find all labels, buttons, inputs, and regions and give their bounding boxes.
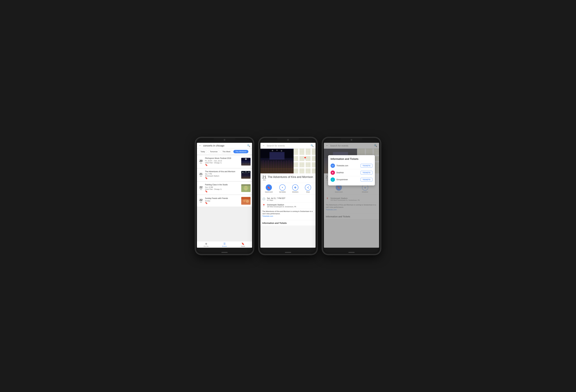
chip-tomorrow[interactable]: Tomorrow: [208, 150, 219, 153]
chip-this-week[interactable]: This Week: [221, 150, 232, 153]
search-icon-1[interactable]: 🔍: [247, 144, 250, 147]
tickets-modal[interactable]: Information and Tickets 🏷 Ticketsite.com…: [324, 143, 379, 248]
phones-container: ← concerts in chicago 🔍 Today Tomorrow T…: [195, 137, 381, 255]
share-icon: [305, 184, 311, 191]
ticket-row-1: 🏷 Ticketsite.com TICKETS: [331, 162, 373, 169]
ticket-name-2: DealHub: [337, 172, 359, 174]
action-share[interactable]: Share: [305, 184, 311, 193]
event-info-1: Pitchspoon Music Festival 2018 Fri, Jul …: [205, 157, 240, 166]
event-save-3[interactable]: 🔖: [205, 190, 240, 193]
phone-3: ← Search for events 🔍 📍: [322, 137, 381, 255]
event-thumb-1: [241, 158, 251, 165]
event-item-4[interactable]: 22 JUL Sunday Feasts with Friends Sunday…: [197, 195, 252, 207]
nav-for-you[interactable]: ⊕ For You: [197, 242, 215, 247]
search-icon-2[interactable]: 🔍: [311, 144, 314, 147]
svg-rect-44: [265, 161, 266, 172]
action-saved-label: Saved event: [265, 191, 273, 193]
nav-browse[interactable]: ☰ Browse: [215, 242, 234, 247]
event-save-2[interactable]: 🔖: [205, 177, 240, 179]
phone-bottom-1: [196, 251, 253, 254]
chip-this-weekend[interactable]: This Weekend: [233, 150, 248, 153]
svg-rect-65: [292, 161, 293, 172]
event-detail1-4: Sunday: [205, 200, 240, 202]
bookmark-empty-4: 🔖: [205, 202, 208, 204]
svg-rect-57: [282, 162, 283, 172]
svg-rect-10: [249, 162, 250, 164]
tickets-btn-3[interactable]: TICKETS: [361, 178, 373, 182]
directions-icon: [292, 184, 298, 191]
action-get-tickets[interactable]: ✦ Get tickets: [279, 184, 286, 193]
svg-rect-50: [273, 160, 274, 172]
svg-rect-53: [277, 161, 278, 172]
dealhub-logo: ★: [331, 170, 335, 175]
map-road-v1: [298, 149, 299, 173]
nav-saved-icon: 🔖: [241, 242, 244, 245]
svg-rect-9: [248, 162, 249, 164]
svg-rect-20: [246, 175, 246, 178]
event-detail2-1: Union Park · Chicago, IL: [205, 162, 240, 164]
event-item-3[interactable]: 22 JUL Painting Class in the Studio Sun,…: [197, 182, 252, 194]
svg-rect-47: [269, 162, 270, 172]
back-button-1[interactable]: ←: [199, 144, 202, 147]
svg-rect-8: [247, 162, 247, 164]
nav-saved[interactable]: 🔖 Saved: [234, 242, 252, 247]
svg-rect-22: [248, 175, 249, 178]
svg-rect-42: [263, 160, 264, 172]
section-title-2: Information and Tickets: [260, 220, 316, 226]
svg-rect-24: [244, 172, 248, 173]
tickets-btn-2[interactable]: TICKETS: [361, 171, 373, 175]
search-placeholder-2[interactable]: Search for events: [267, 144, 309, 147]
svg-point-38: [272, 150, 273, 151]
svg-rect-19: [245, 175, 245, 178]
action-directions-label: Directions: [292, 191, 298, 193]
svg-rect-23: [249, 175, 250, 178]
phone-3-screen: ← Search for events 🔍 📍: [324, 143, 379, 248]
svg-rect-37: [269, 152, 285, 160]
event-item-1[interactable]: 20 JUL Pitchspoon Music Festival 2018 Fr…: [197, 155, 252, 168]
info-row-time: 🕐 Sat, Jul 21, 7 PM EDT in 2 days: [262, 196, 314, 203]
phone-1: ← concerts in chicago 🔍 Today Tomorrow T…: [195, 137, 254, 255]
phone-2-screen: ← Search for events 🔍 📍: [260, 143, 316, 248]
svg-rect-60: [286, 160, 287, 172]
event-datetime: Sat, Jul 21, 7 PM EDT: [267, 197, 285, 199]
event-detail-header-2: 21 JUL The Adventures of Kira and Morris…: [260, 173, 316, 183]
map-road-v2: [304, 149, 306, 173]
svg-rect-63: [290, 161, 291, 172]
svg-point-15: [245, 171, 246, 172]
event-detail-date-2: 21 JUL The Adventures of Kira and Morris…: [262, 175, 314, 181]
action-directions[interactable]: Directions: [292, 184, 298, 193]
action-saved-event[interactable]: 🔖 Saved event: [265, 184, 273, 193]
svg-rect-66: [260, 169, 293, 169]
search-header-1: ← concerts in chicago 🔍: [197, 143, 252, 149]
event-hero-2: 📍: [260, 149, 316, 173]
tickets-btn-1[interactable]: TICKETS: [361, 164, 373, 168]
date-col-2: 21 JUL: [262, 175, 266, 181]
svg-rect-7: [246, 162, 246, 164]
event-detail1-2: Sat, 7 PM: [205, 173, 240, 175]
svg-rect-61: [288, 161, 288, 172]
event-save-4[interactable]: 🔖: [205, 202, 240, 204]
phone-camera-3: [351, 139, 352, 141]
event-item-2[interactable]: 21 JUL The Adventures of Kira and Morris…: [197, 169, 252, 181]
event-info-3: Painting Class in the Studio Sun, 12 AM …: [205, 184, 240, 193]
back-button-2[interactable]: ←: [262, 144, 265, 147]
search-query-1: concerts in chicago: [203, 144, 246, 147]
chip-today[interactable]: Today: [199, 150, 207, 153]
event-title-1: Pitchspoon Music Festival 2018: [205, 157, 240, 160]
event-link-2[interactable]: Ticketsite.com: [262, 215, 273, 217]
svg-rect-5: [243, 162, 244, 164]
svg-rect-54: [278, 161, 279, 172]
thumb-food-4: [241, 197, 251, 205]
event-description-2: The Adventures of Kira and Morrison is c…: [262, 209, 314, 219]
bookmark-empty-3: 🔖: [205, 190, 208, 193]
svg-point-40: [281, 150, 282, 152]
svg-rect-55: [280, 161, 280, 172]
action-tickets-label: Get tickets: [279, 191, 286, 193]
event-save-1[interactable]: 🔖: [205, 164, 240, 166]
svg-rect-28: [245, 186, 247, 190]
thumb-art-3: [241, 184, 251, 192]
svg-rect-16: [242, 175, 242, 178]
phone-home-2: [285, 252, 291, 253]
svg-rect-48: [271, 161, 272, 172]
event-date-2: 21 JUL: [199, 173, 203, 177]
